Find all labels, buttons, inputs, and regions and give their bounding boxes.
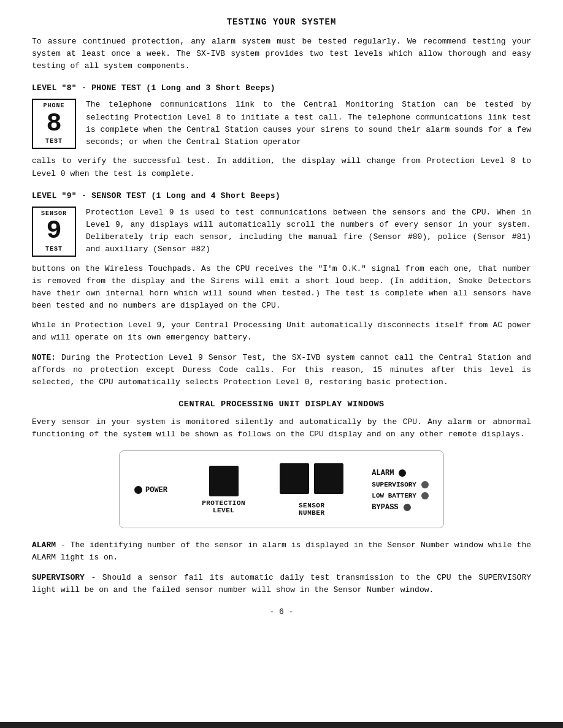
- supervisory-desc-heading: SUPERVISORY: [32, 573, 85, 582]
- low-battery-dot: [421, 492, 429, 499]
- power-label: POWER: [145, 486, 167, 495]
- bypass-indicator: BYPASS: [372, 503, 429, 512]
- sensor-display-group: SENSOR NUMBER: [280, 463, 343, 517]
- alarm-desc: ALARM - The identifying number of the se…: [32, 539, 531, 564]
- page-number: - 6 -: [32, 607, 531, 616]
- alarm-label: ALARM: [372, 469, 394, 477]
- level9-heading: LEVEL "9" - SENSOR TEST (1 Long and 4 Sh…: [32, 191, 531, 200]
- supervisory-indicator: SUPERVISORY: [372, 481, 429, 488]
- cpu-section-heading: CENTRAL PROCESSING UNIT DISPLAY WINDOWS: [32, 400, 531, 409]
- phone-icon-box: PHONE 8 TEST: [32, 99, 76, 149]
- intro-text: To assure continued protection, any alar…: [32, 36, 531, 72]
- power-indicator: POWER: [134, 486, 167, 495]
- cpu-intro: Every sensor in your system is monitored…: [32, 416, 531, 441]
- bypass-label: BYPASS: [372, 503, 398, 512]
- note-text: NOTE: During the Protection Level 9 Sens…: [32, 352, 531, 389]
- supervisory-dot: [421, 481, 429, 488]
- protection-label: PROTECTION LEVEL: [202, 499, 245, 514]
- alarm-desc-heading: ALARM: [32, 540, 56, 550]
- phone-icon-top: PHONE: [43, 102, 64, 109]
- para1: While in Protection Level 9, your Centra…: [32, 319, 531, 344]
- protection-display: PROTECTION LEVEL: [202, 466, 245, 514]
- cpu-diagram: POWER PROTECTION LEVEL SENSOR NUMBER: [119, 450, 444, 528]
- low-battery-indicator: LOW BATTERY: [372, 492, 429, 499]
- sensor-label: SENSOR NUMBER: [299, 502, 325, 517]
- note-body: During the Protection Level 9 Sensor Tes…: [32, 353, 531, 387]
- page: TESTING YOUR SYSTEM To assure continued …: [0, 0, 563, 728]
- sensor-icon-top: SENSOR: [41, 210, 67, 217]
- sensor-icon-bottom: TEST: [45, 246, 63, 252]
- sensor-windows: [280, 463, 343, 497]
- sensor-icon-box: SENSOR 9 TEST: [32, 207, 76, 257]
- sensor-window-2: [314, 463, 343, 494]
- alarm-indicator: ALARM: [372, 469, 429, 477]
- supervisory-desc: SUPERVISORY - Should a sensor fail its a…: [32, 572, 531, 596]
- alarm-desc-text: - The identifying number of the sensor i…: [32, 540, 531, 562]
- level8-block: PHONE 8 TEST The telephone communication…: [32, 99, 531, 149]
- level8-continued: calls to verify the successful test. In …: [32, 155, 531, 180]
- alarm-dot: [399, 469, 406, 477]
- status-indicators: ALARM SUPERVISORY LOW BATTERY BYPASS: [372, 469, 429, 512]
- level8-heading: LEVEL "8" - PHONE TEST (1 Long and 3 Sho…: [32, 83, 531, 93]
- level9-text: Protection Level 9 is used to test commu…: [86, 207, 531, 256]
- supervisory-desc-text: - Should a sensor fail its automatic dai…: [32, 573, 531, 594]
- power-dot: [134, 486, 142, 494]
- page-title: TESTING YOUR SYSTEM: [32, 17, 531, 27]
- bypass-dot: [404, 504, 411, 511]
- level9-block: SENSOR 9 TEST Protection Level 9 is used…: [32, 207, 531, 257]
- cpu-diagram-inner: POWER PROTECTION LEVEL SENSOR NUMBER: [134, 463, 429, 517]
- sensor-icon-number: 9: [46, 218, 61, 244]
- supervisory-label: SUPERVISORY: [372, 481, 416, 488]
- level9-continued: buttons on the Wireless Touchpads. As th…: [32, 263, 531, 313]
- note-bold: NOTE:: [32, 353, 56, 362]
- sensor-window-1: [280, 463, 309, 494]
- bottom-bar: [0, 722, 563, 728]
- phone-icon-bottom: TEST: [45, 138, 63, 145]
- level8-text: The telephone communications link to the…: [86, 99, 531, 148]
- phone-icon-number: 8: [46, 111, 61, 137]
- protection-window: [209, 466, 239, 496]
- low-battery-label: LOW BATTERY: [372, 492, 416, 499]
